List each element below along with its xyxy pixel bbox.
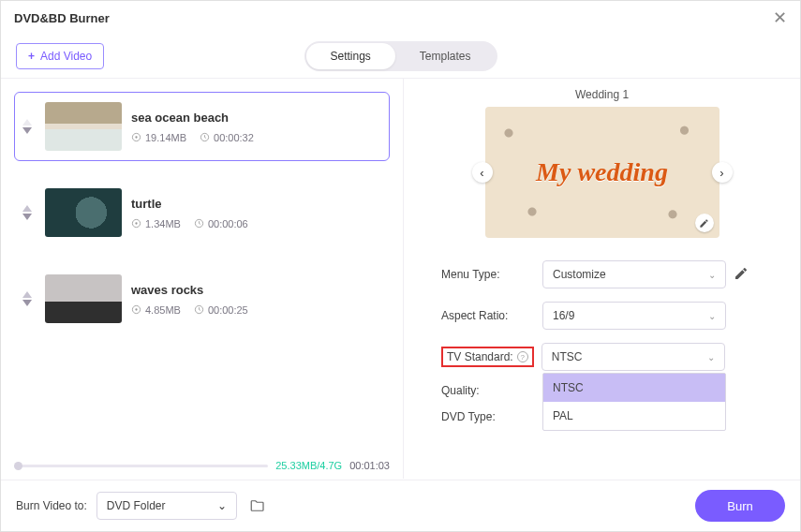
select-aspect-ratio[interactable]: 16/9 ⌄ (542, 302, 726, 330)
burn-button[interactable]: Burn (695, 490, 785, 522)
svg-point-4 (135, 222, 137, 224)
chevron-down-icon: ⌄ (707, 352, 715, 362)
disc-icon (131, 304, 141, 315)
chevron-down-icon: ⌄ (708, 311, 716, 321)
disc-icon (131, 132, 141, 142)
svg-point-1 (135, 136, 137, 138)
clock-icon (194, 218, 204, 229)
disc-icon (131, 218, 141, 229)
burner-window: DVD&BD Burner ✕ + Add Video Settings Tem… (0, 0, 801, 532)
dropdown-option[interactable]: PAL (543, 402, 725, 430)
help-icon[interactable]: ? (517, 351, 528, 362)
video-title: turtle (131, 197, 248, 211)
window-title: DVD&BD Burner (14, 11, 110, 25)
add-video-button[interactable]: + Add Video (16, 43, 104, 69)
video-row[interactable]: sea ocean beach 19.14MB 00:00:32 (14, 92, 390, 161)
preview-prev-button[interactable]: ‹ (472, 162, 493, 183)
browse-folder-button[interactable] (246, 495, 269, 517)
settings-panel: Wedding 1 My wedding ‹ › Menu Type: Cust… (404, 79, 800, 479)
total-size: 25.33MB/4.7G (275, 460, 342, 471)
video-duration: 00:00:06 (194, 218, 248, 229)
row-tv-standard: TV Standard: ? NTSC ⌄ NTSCPAL (441, 343, 763, 371)
label-burn-to: Burn Video to: (16, 499, 87, 512)
video-thumbnail (45, 188, 122, 237)
tab-toggle: Settings Templates (304, 41, 497, 71)
plus-icon: + (28, 50, 35, 63)
label-tv-standard: TV Standard: ? (441, 347, 534, 367)
video-duration: 00:00:25 (194, 304, 248, 316)
svg-point-7 (135, 308, 137, 310)
video-row[interactable]: waves rocks 4.85MB 00:00:25 (14, 264, 390, 333)
move-down-button[interactable] (22, 300, 32, 306)
video-size: 4.85MB (131, 304, 181, 316)
label-dvd-type: DVD Type: (441, 410, 535, 423)
tab-templates[interactable]: Templates (395, 43, 496, 69)
move-up-button[interactable] (22, 291, 32, 298)
tab-settings[interactable]: Settings (305, 43, 394, 69)
dropdown-option[interactable]: NTSC (543, 374, 725, 402)
clock-icon (194, 304, 204, 315)
video-row[interactable]: turtle 1.34MB 00:00:06 (14, 178, 390, 247)
reorder-controls (22, 291, 36, 306)
main-area: sea ocean beach 19.14MB 00:00:32 turtle (1, 79, 800, 479)
pencil-icon (699, 218, 709, 229)
select-tv-standard[interactable]: NTSC ⌄ (541, 343, 725, 371)
add-video-label: Add Video (40, 50, 92, 63)
label-menu-type: Menu Type: (441, 268, 535, 281)
video-list-panel: sea ocean beach 19.14MB 00:00:32 turtle (1, 79, 404, 479)
reorder-controls (22, 119, 36, 134)
chevron-down-icon: ⌄ (708, 270, 716, 280)
toolbar: + Add Video Settings Templates (1, 35, 800, 78)
video-title: sea ocean beach (131, 111, 254, 125)
left-footer: 25.33MB/4.7G 00:01:03 (14, 454, 390, 471)
video-title: waves rocks (131, 283, 248, 297)
video-subline: 19.14MB 00:00:32 (131, 132, 254, 143)
move-up-button (22, 119, 32, 126)
pencil-icon (734, 266, 749, 281)
video-duration: 00:00:32 (200, 132, 254, 143)
select-burn-to[interactable]: DVD Folder ⌄ (96, 492, 237, 520)
progress-track[interactable] (14, 465, 268, 467)
video-meta: waves rocks 4.85MB 00:00:25 (131, 283, 248, 316)
label-aspect-ratio: Aspect Ratio: (441, 309, 535, 322)
label-quality: Quality: (441, 384, 535, 397)
clock-icon (200, 132, 210, 142)
video-subline: 1.34MB 00:00:06 (131, 218, 248, 229)
preview-overlay-text: My wedding (536, 157, 668, 187)
reorder-controls (22, 205, 36, 220)
video-size: 1.34MB (131, 218, 181, 229)
video-subline: 4.85MB 00:00:25 (131, 304, 248, 316)
chevron-down-icon: ⌄ (217, 499, 227, 512)
select-menu-type[interactable]: Customize ⌄ (542, 260, 726, 288)
dropdown-tv-standard: NTSCPAL (542, 373, 726, 431)
video-size: 19.14MB (131, 132, 186, 143)
preview-next-button[interactable]: › (712, 162, 733, 183)
video-thumbnail (45, 274, 122, 323)
menu-preview: My wedding (485, 107, 719, 238)
titlebar: DVD&BD Burner ✕ (1, 1, 800, 35)
settings-form: Menu Type: Customize ⌄ Aspect Ratio: 16/… (441, 260, 763, 423)
video-thumbnail (45, 102, 122, 151)
edit-preview-button[interactable] (695, 214, 714, 232)
edit-menu-type-button[interactable] (734, 266, 750, 283)
move-up-button[interactable] (22, 205, 32, 212)
progress-handle[interactable] (14, 462, 22, 470)
folder-icon (249, 497, 266, 514)
row-aspect-ratio: Aspect Ratio: 16/9 ⌄ (441, 302, 763, 330)
total-time: 00:01:03 (349, 460, 390, 471)
bottom-bar: Burn Video to: DVD Folder ⌄ Burn (1, 480, 800, 531)
video-meta: turtle 1.34MB 00:00:06 (131, 197, 248, 229)
preview-title: Wedding 1 (441, 88, 763, 101)
video-list: sea ocean beach 19.14MB 00:00:32 turtle (14, 92, 390, 454)
move-down-button[interactable] (22, 127, 32, 134)
video-meta: sea ocean beach 19.14MB 00:00:32 (131, 111, 254, 143)
close-icon[interactable]: ✕ (773, 7, 787, 28)
row-menu-type: Menu Type: Customize ⌄ (441, 260, 763, 288)
move-down-button[interactable] (22, 214, 32, 220)
